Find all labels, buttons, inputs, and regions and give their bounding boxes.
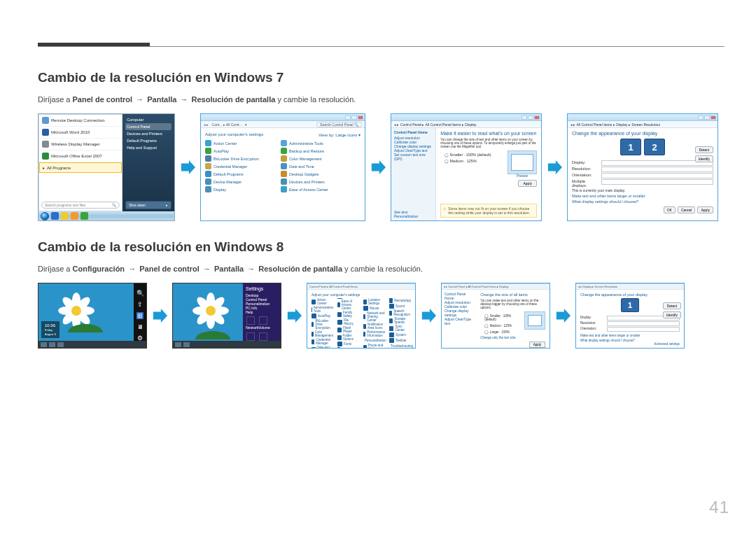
identify-button: Identify bbox=[695, 155, 713, 162]
control-panel-item: RemoteApp bbox=[389, 298, 411, 303]
screenshot-win7-display: ◂ ▸ Control Panel ▸ All Control Panel It… bbox=[391, 113, 542, 221]
window-titlebar bbox=[568, 114, 718, 121]
display-title: Make it easier to read what's on your sc… bbox=[440, 131, 537, 136]
preview-icon bbox=[524, 311, 545, 330]
path-step: Pantalla bbox=[214, 265, 244, 273]
arrow-icon: → bbox=[128, 265, 136, 273]
start-item: Wireless Display Manager bbox=[39, 139, 122, 150]
flow-arrow-icon bbox=[365, 160, 391, 175]
control-panel-item: Default Programs bbox=[205, 171, 276, 177]
control-panel-item: Sync Center bbox=[389, 325, 411, 332]
field-row: Resolution: bbox=[572, 167, 713, 172]
flow-arrow-icon bbox=[542, 160, 567, 175]
cp-header-text: Adjust your computer's settings bbox=[205, 132, 263, 137]
monitor-preview: 1 2 bbox=[572, 139, 713, 155]
screenshot-win8-charms: 🔍 ⇪ ⊞ 🖥 ⚙ 10:36FridayAugust 3 bbox=[38, 283, 147, 349]
link: What display settings should I choose? bbox=[572, 199, 713, 204]
win7-instruction: Diríjase a Panel de control → Pantalla →… bbox=[38, 95, 724, 104]
text: y cambie la resolución. bbox=[344, 265, 423, 273]
control-panel-item: Fonts bbox=[337, 342, 359, 346]
screenshot-win8-display: ◂ ▸ Control Panel ▸ All Control Panel It… bbox=[441, 283, 550, 349]
control-panel-item: Speech Recognition bbox=[389, 309, 411, 316]
control-panel-item: File History bbox=[337, 318, 359, 325]
warning-note: ⚠Some items may not fit on your screen i… bbox=[440, 204, 537, 218]
taskbar bbox=[173, 341, 281, 348]
start-menu-right-pane: ComputerControl PanelDevices and Printer… bbox=[122, 114, 174, 211]
text: Diríjase a bbox=[38, 95, 73, 104]
control-panel-item: Storage Spaces bbox=[389, 317, 411, 324]
screenshot-win8-control-panel: Control Panel ▸ All Control Panel Items … bbox=[307, 283, 416, 349]
arrow-icon: → bbox=[247, 265, 255, 273]
screenshot-win7-control-panel: ◂ ▸ Cont... ▸ All Contr... ▾ Search Cont… bbox=[200, 113, 365, 221]
control-panel-item: Taskbar bbox=[389, 338, 411, 343]
control-panel-item: Folder Options bbox=[337, 334, 359, 341]
control-panel-item: Troubleshooting bbox=[389, 344, 411, 349]
control-panel-item: Date and Time bbox=[281, 163, 352, 169]
screenshot-win7-resolution: ◂ ▸ All Control Panel Items ▸ Display ▸ … bbox=[567, 113, 718, 221]
monitor-1-icon: 1 bbox=[621, 298, 639, 312]
viewby: View by: Large icons ▾ bbox=[318, 132, 360, 137]
field-row: Resolution: bbox=[580, 321, 680, 326]
screenshot-win8-settings: Settings DesktopControl PanelPersonaliza… bbox=[172, 283, 281, 349]
control-panel-item: Administrative Tools bbox=[281, 140, 352, 146]
control-panel-item: Mouse bbox=[363, 306, 385, 311]
page-number: 41 bbox=[709, 498, 729, 517]
control-panel-item: Desktop Gadgets bbox=[281, 171, 352, 177]
control-panel-item: Ease of Access Center bbox=[337, 300, 359, 310]
control-panel-item: Date and Time bbox=[312, 346, 333, 349]
radio-option: Medium · 125% bbox=[444, 159, 491, 163]
dialog-button: Cancel bbox=[678, 206, 696, 213]
path-step: Pantalla bbox=[147, 95, 176, 104]
path-step: Panel de control bbox=[73, 95, 133, 104]
settings-item: Help bbox=[246, 310, 278, 314]
window-titlebar bbox=[201, 114, 365, 121]
taskbar-app-icon bbox=[61, 212, 69, 220]
start-orb-icon bbox=[41, 212, 49, 220]
radio-option: Larger · 150% bbox=[484, 330, 521, 334]
nav-link: Set custom text size (DPI) bbox=[394, 153, 433, 161]
start-right-item: Help and Support bbox=[125, 144, 172, 151]
resolution-title: Change the appearance of your display bbox=[572, 131, 713, 136]
arrow-icon: → bbox=[203, 265, 211, 273]
control-panel-item: Credential Manager bbox=[205, 163, 276, 169]
preview-icon bbox=[507, 150, 537, 174]
control-panel-item: Devices and Printers bbox=[281, 178, 352, 185]
text: Diríjase a bbox=[38, 265, 73, 273]
dialog-button: Apply bbox=[697, 206, 713, 213]
control-panel-item: Family Safety bbox=[337, 311, 359, 318]
control-panel-item: Credential Manager bbox=[312, 338, 333, 345]
wallpaper-daisy-icon bbox=[58, 293, 94, 329]
control-panel-item: Color Management bbox=[281, 155, 352, 162]
win7-title: Cambio de la resolución en Windows 7 bbox=[38, 70, 724, 85]
shutdown-button: Shut down▸ bbox=[125, 201, 172, 209]
win8-instruction: Diríjase a Configuración → Panel de cont… bbox=[38, 265, 724, 273]
start-item: Remote Desktop Connection bbox=[39, 115, 122, 127]
field-row: Multiple displays: bbox=[572, 179, 713, 188]
control-panel-item: Action Center bbox=[312, 298, 333, 305]
control-panel-item: Ease of Access Center bbox=[281, 186, 352, 192]
control-panel-item: Personalization bbox=[363, 338, 385, 343]
start-right-item: Devices and Printers bbox=[125, 130, 172, 137]
control-panel-item: System bbox=[389, 332, 411, 337]
path-step: Resolución de pantalla bbox=[192, 95, 276, 104]
taskbar bbox=[38, 211, 174, 220]
radio-option: Smaller · 100% (default) bbox=[484, 314, 521, 321]
detect-button: Detect bbox=[695, 146, 713, 153]
start-item: Microsoft Office Excel 2007 bbox=[39, 150, 122, 162]
field-row: Display: bbox=[572, 160, 713, 166]
start-right-item: Control Panel bbox=[125, 123, 172, 130]
share-charm-icon: ⇪ bbox=[136, 301, 144, 308]
settings-tile: Volume bbox=[258, 316, 268, 330]
taskbar-app-icon bbox=[71, 212, 78, 220]
dialog-button: OK bbox=[664, 206, 676, 213]
control-panel-item: Sound bbox=[389, 304, 411, 309]
start-charm-icon: ⊞ bbox=[136, 312, 144, 319]
nav-link: Control Panel Home bbox=[444, 292, 473, 300]
control-panel-item: BitLocker Drive Encryption bbox=[312, 319, 333, 330]
flow-arrow-icon bbox=[550, 308, 575, 323]
taskbar-app-icon bbox=[51, 212, 59, 220]
wallpaper-daisy-icon bbox=[192, 293, 229, 329]
start-right-item: Default Programs bbox=[125, 137, 172, 144]
win7-flow: Remote Desktop ConnectionMicrosoft Word … bbox=[38, 113, 724, 221]
settings-tile: Network bbox=[246, 316, 255, 330]
